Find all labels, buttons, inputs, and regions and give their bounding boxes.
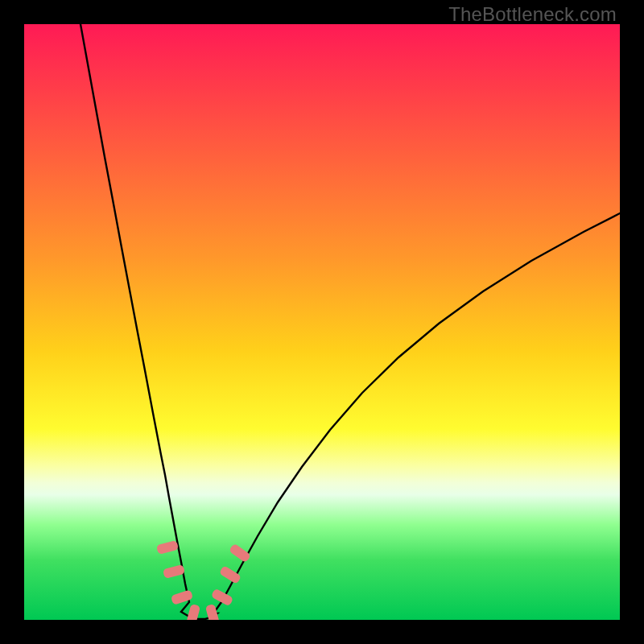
watermark-text: TheBottleneck.com (448, 3, 617, 26)
curve-markers (156, 540, 251, 620)
curve-marker (186, 604, 200, 620)
curve-marker (211, 588, 234, 607)
chart-svg (24, 24, 620, 620)
curve-marker (163, 564, 185, 579)
chart-plot-area (24, 24, 620, 620)
curve-marker (171, 589, 193, 605)
curve-marker (219, 565, 242, 584)
bottleneck-curve (80, 24, 620, 619)
curve-marker (156, 540, 179, 555)
curve-marker (229, 543, 251, 564)
